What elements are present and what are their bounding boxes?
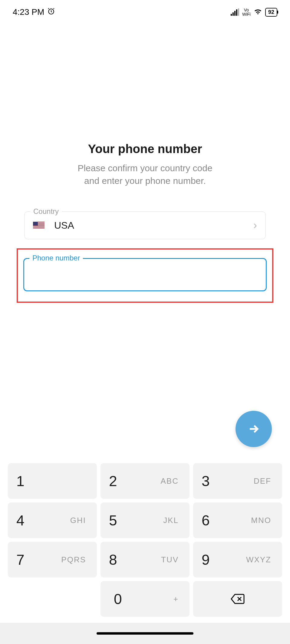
key-blank <box>8 581 97 617</box>
vowifi-bottom: WiFi <box>242 12 251 16</box>
country-label: Country <box>30 207 62 216</box>
highlight-box: Phone number <box>17 248 273 303</box>
status-time: 4:23 PM <box>13 7 44 17</box>
battery-level: 92 <box>268 9 274 15</box>
chevron-right-icon: › <box>253 219 257 232</box>
home-indicator[interactable] <box>97 632 193 635</box>
key-4-num: 4 <box>16 512 28 529</box>
battery-indicator: 92 <box>265 8 277 17</box>
key-0-letters: + <box>173 594 179 604</box>
key-4[interactable]: 4 GHI <box>8 502 97 538</box>
key-5[interactable]: 5 JKL <box>101 502 189 538</box>
key-7-letters: PQRS <box>61 555 86 564</box>
key-2-letters: ABC <box>161 476 179 486</box>
subtitle-line1: Please confirm your country code <box>77 163 212 173</box>
key-0-num: 0 <box>114 591 126 607</box>
phone-input[interactable] <box>23 258 267 291</box>
key-8-letters: TUV <box>161 555 179 564</box>
arrow-right-icon <box>247 422 260 436</box>
key-8[interactable]: 8 TUV <box>101 542 189 577</box>
phone-label: Phone number <box>29 254 83 262</box>
vowifi-label: Vo WiFi <box>242 8 251 16</box>
key-5-letters: JKL <box>163 516 179 525</box>
continue-button[interactable] <box>236 411 272 447</box>
key-1-num: 1 <box>16 473 28 489</box>
vowifi-top: Vo <box>242 8 251 12</box>
key-3-letters: DEF <box>254 476 271 486</box>
key-7[interactable]: 7 PQRS <box>8 542 97 577</box>
key-9-num: 9 <box>202 551 214 568</box>
navigation-bar <box>0 623 290 644</box>
key-2-num: 2 <box>109 473 121 489</box>
status-right: Vo WiFi 92 <box>231 8 277 17</box>
key-0[interactable]: 0 + <box>101 581 189 617</box>
wifi-icon <box>254 8 262 16</box>
key-4-letters: GHI <box>70 516 86 525</box>
status-bar: 4:23 PM Vo WiFi 92 <box>0 0 290 21</box>
key-2[interactable]: 2 ABC <box>101 463 189 499</box>
phone-field-wrapper: Phone number <box>23 258 267 291</box>
key-9[interactable]: 9 WXYZ <box>193 542 282 577</box>
key-7-num: 7 <box>16 551 28 568</box>
page-title: Your phone number <box>0 142 290 156</box>
content-area: Your phone number Please confirm your co… <box>0 21 290 303</box>
key-1[interactable]: 1 <box>8 463 97 499</box>
key-8-num: 8 <box>109 551 121 568</box>
key-6-letters: MNO <box>251 516 271 525</box>
country-field-wrapper: Country USA › <box>24 211 266 239</box>
key-6[interactable]: 6 MNO <box>193 502 282 538</box>
backspace-icon <box>230 593 245 604</box>
key-5-num: 5 <box>109 512 121 529</box>
key-backspace[interactable] <box>193 581 282 617</box>
key-9-letters: WXYZ <box>246 555 271 564</box>
country-left: USA <box>33 220 74 231</box>
key-3-num: 3 <box>202 473 214 489</box>
signal-icon <box>231 8 239 16</box>
page-subtitle: Please confirm your country code and ent… <box>0 162 290 187</box>
country-name: USA <box>54 220 74 231</box>
key-3[interactable]: 3 DEF <box>193 463 282 499</box>
usa-flag-icon <box>33 222 44 229</box>
key-6-num: 6 <box>202 512 214 529</box>
numeric-keypad: 1 2 ABC 3 DEF 4 GHI 5 JKL 6 MNO 7 PQRS 8… <box>0 463 290 617</box>
subtitle-line2: and enter your phone number. <box>84 176 206 186</box>
alarm-icon <box>47 7 55 17</box>
status-left: 4:23 PM <box>13 7 55 17</box>
